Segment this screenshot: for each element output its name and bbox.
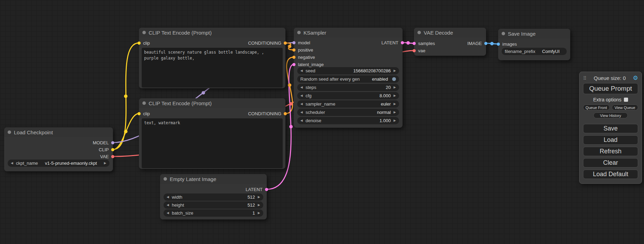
input-dot-samples[interactable]: [413, 42, 416, 45]
output-dot-vae[interactable]: [111, 155, 114, 158]
output-dot-conditioning[interactable]: [284, 112, 287, 115]
output-dot-conditioning[interactable]: [284, 42, 287, 45]
input-dot-clip[interactable]: [138, 42, 141, 45]
slot-input-images[interactable]: images: [500, 40, 517, 47]
settings-gear-icon[interactable]: ⚙: [633, 75, 638, 81]
node-ksampler[interactable]: KSampler model positive negative latent_…: [294, 28, 403, 128]
collapse-dot-icon[interactable]: [417, 31, 421, 34]
collapse-dot-icon[interactable]: [8, 130, 11, 134]
slot-output-conditioning[interactable]: CONDITIONING: [248, 110, 283, 117]
view-history-button[interactable]: View History: [593, 112, 628, 118]
node-load-checkpoint[interactable]: Load Checkpoint MODEL CLIP VAE ◀ ckpt_na…: [4, 127, 113, 171]
node-title-bar[interactable]: VAE Decode: [414, 28, 486, 37]
node-title-bar[interactable]: Save Image: [498, 29, 570, 38]
prompt-textarea[interactable]: text, watermark: [142, 118, 283, 168]
prev-arrow-icon[interactable]: ◀: [167, 204, 169, 207]
prev-arrow-icon[interactable]: ◀: [11, 162, 13, 165]
widget-cfg[interactable]: ◀ cfg 8.000 ▶: [297, 92, 399, 99]
toggle-dot-icon[interactable]: [392, 77, 396, 81]
slot-input-latent-image[interactable]: latent_image: [296, 61, 324, 68]
prev-arrow-icon[interactable]: ◀: [300, 86, 303, 89]
widget-filename-prefix[interactable]: filename_prefix ComfyUI: [502, 48, 567, 55]
prompt-textarea[interactable]: beautiful scenery nature glass bottle la…: [142, 48, 283, 88]
slot-output-image[interactable]: IMAGE: [467, 40, 484, 47]
next-arrow-icon[interactable]: ▶: [394, 111, 396, 114]
node-clip-text-encode-positive[interactable]: CLIP Text Encode (Prompt) clip CONDITION…: [139, 28, 285, 88]
output-dot-clip[interactable]: [111, 148, 114, 151]
input-dot-positive[interactable]: [292, 48, 295, 52]
slot-input-clip[interactable]: clip: [141, 39, 150, 46]
slot-output-latent[interactable]: LATENT: [246, 186, 265, 193]
widget-sampler-name[interactable]: ◀ sampler_name euler ▶: [297, 100, 399, 108]
collapse-dot-icon[interactable]: [142, 101, 146, 105]
input-dot-model[interactable]: [292, 41, 295, 44]
node-title-bar[interactable]: Load Checkpoint: [4, 127, 113, 137]
node-title-bar[interactable]: CLIP Text Encode (Prompt): [139, 98, 285, 108]
output-dot-model[interactable]: [111, 141, 114, 144]
widget-batch-size[interactable]: ◀ batch_size 1 ▶: [164, 209, 263, 217]
slot-output-model[interactable]: MODEL: [93, 139, 111, 146]
next-arrow-icon[interactable]: ▶: [394, 102, 396, 106]
input-dot-images[interactable]: [497, 43, 500, 46]
next-arrow-icon[interactable]: ▶: [104, 162, 106, 165]
slot-input-vae[interactable]: vae: [416, 47, 425, 54]
prev-arrow-icon[interactable]: ◀: [300, 119, 303, 122]
prev-arrow-icon[interactable]: ◀: [300, 102, 303, 106]
collapse-dot-icon[interactable]: [164, 177, 167, 181]
node-title-bar[interactable]: Empty Latent Image: [160, 174, 267, 184]
input-dot-clip[interactable]: [138, 112, 141, 115]
next-arrow-icon[interactable]: ▶: [258, 196, 260, 199]
node-clip-text-encode-negative[interactable]: CLIP Text Encode (Prompt) clip CONDITION…: [139, 98, 285, 169]
drag-handle-icon[interactable]: ⠿: [583, 75, 586, 81]
collapse-dot-icon[interactable]: [502, 32, 505, 35]
slot-output-conditioning[interactable]: CONDITIONING: [248, 39, 283, 46]
prev-arrow-icon[interactable]: ◀: [167, 211, 169, 215]
next-arrow-icon[interactable]: ▶: [258, 204, 260, 207]
input-dot-vae[interactable]: [413, 49, 416, 52]
widget-seed[interactable]: ◀ seed 156680208700286 ▶: [297, 67, 399, 74]
slot-output-vae[interactable]: VAE: [100, 153, 111, 160]
output-dot-image[interactable]: [484, 42, 487, 45]
prev-arrow-icon[interactable]: ◀: [300, 69, 303, 72]
save-button[interactable]: Save: [583, 124, 638, 133]
next-arrow-icon[interactable]: ▶: [394, 69, 396, 72]
graph-canvas[interactable]: Load Checkpoint MODEL CLIP VAE ◀ ckpt_na…: [0, 0, 644, 244]
output-dot-latent[interactable]: [265, 188, 268, 191]
widget-height[interactable]: ◀ height 512 ▶: [164, 201, 263, 209]
slot-input-model[interactable]: model: [296, 39, 310, 46]
queue-front-button[interactable]: Queue Front: [583, 105, 610, 110]
slot-input-samples[interactable]: samples: [416, 40, 435, 47]
node-empty-latent-image[interactable]: Empty Latent Image LATENT ◀ width 512 ▶ …: [160, 174, 267, 219]
slot-input-clip[interactable]: clip: [141, 110, 150, 117]
refresh-button[interactable]: Refresh: [583, 147, 638, 156]
node-title-bar[interactable]: CLIP Text Encode (Prompt): [139, 28, 285, 37]
widget-ckpt-name[interactable]: ◀ ckpt_name v1-5-pruned-emaonly.ckpt ▶: [8, 160, 109, 167]
collapse-dot-icon[interactable]: [142, 31, 146, 34]
load-default-button[interactable]: Load Default: [583, 170, 638, 179]
slot-output-latent[interactable]: LATENT: [381, 39, 400, 46]
output-dot-latent[interactable]: [401, 41, 404, 44]
node-save-image[interactable]: Save Image images filename_prefix ComfyU…: [498, 29, 570, 60]
load-button[interactable]: Load: [583, 135, 638, 145]
view-queue-button[interactable]: View Queue: [612, 105, 638, 110]
slot-input-positive[interactable]: positive: [296, 46, 313, 53]
prev-arrow-icon[interactable]: ◀: [167, 196, 169, 199]
next-arrow-icon[interactable]: ▶: [394, 94, 396, 97]
collapse-dot-icon[interactable]: [297, 31, 301, 34]
slot-input-negative[interactable]: negative: [296, 54, 315, 61]
clear-button[interactable]: Clear: [583, 158, 638, 168]
extra-options-checkbox[interactable]: [624, 98, 628, 102]
input-dot-negative[interactable]: [292, 56, 295, 59]
widget-denoise[interactable]: ◀ denoise 1.000 ▶: [297, 117, 399, 124]
next-arrow-icon[interactable]: ▶: [394, 86, 396, 89]
next-arrow-icon[interactable]: ▶: [258, 211, 260, 215]
widget-random-seed-toggle[interactable]: Random seed after every gen enabled: [297, 75, 399, 83]
slot-output-clip[interactable]: CLIP: [99, 146, 111, 153]
input-dot-latent-image[interactable]: [292, 63, 295, 66]
next-arrow-icon[interactable]: ▶: [394, 119, 396, 122]
queue-prompt-button[interactable]: Queue Prompt: [583, 83, 638, 94]
node-vae-decode[interactable]: VAE Decode samples vae IMAGE: [414, 28, 486, 56]
prev-arrow-icon[interactable]: ◀: [300, 111, 303, 114]
widget-scheduler[interactable]: ◀ scheduler normal ▶: [297, 109, 399, 116]
prev-arrow-icon[interactable]: ◀: [300, 94, 303, 97]
